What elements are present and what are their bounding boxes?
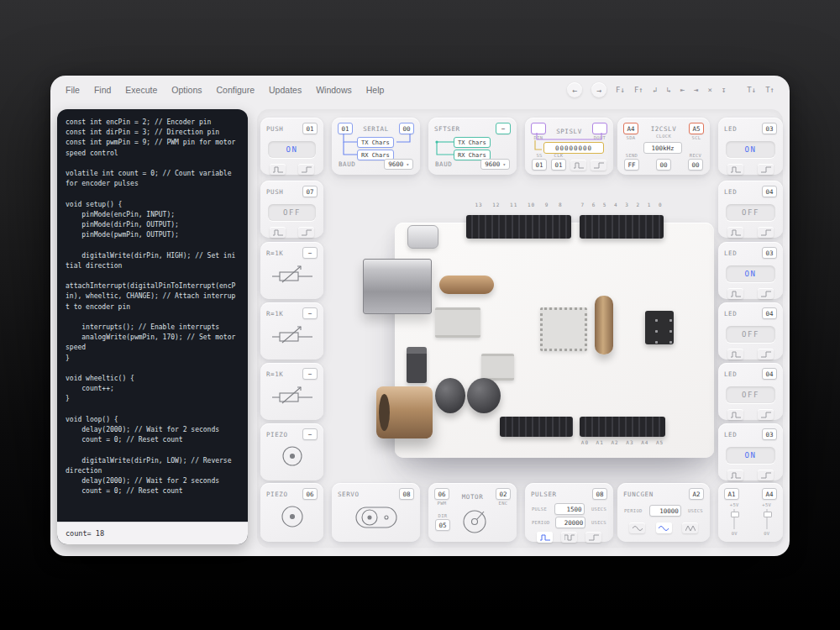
tx-pin[interactable]: 01 [338,123,353,134]
digital-pin-header-right[interactable] [580,215,664,239]
menu-execute[interactable]: Execute [125,85,157,95]
toggle-mode-icon[interactable] [298,227,314,238]
triangle-wave-icon[interactable] [656,522,672,533]
data-out-pin[interactable] [592,123,607,134]
led-state-button[interactable]: OFF [726,386,775,403]
clock-mode-icon[interactable] [570,160,586,171]
download-icon[interactable]: ↧ [722,86,726,94]
pin-assignment[interactable]: 01 [302,123,318,134]
pin-assignment[interactable]: 08 [592,488,607,500]
scl-pin[interactable]: A5 [689,123,704,134]
dir-pin[interactable]: 05 [435,519,450,531]
power-pin-header[interactable] [500,417,573,437]
period-value[interactable]: 10000 [649,505,681,517]
pulse-view-icon[interactable] [727,470,743,480]
spi-data-display[interactable]: 00000000 [543,142,604,154]
clock-rate-display[interactable]: 100kHz [643,142,682,154]
pulse-view-icon[interactable] [727,227,743,238]
code-editor[interactable]: const int encPin = 2; // Encoder pin con… [57,109,248,544]
led-state-button[interactable]: ON [726,141,775,158]
level-view-icon[interactable] [758,164,774,175]
collapse-button[interactable]: − [302,368,318,380]
rx-value[interactable]: 00 [656,159,671,171]
led-state-button[interactable]: OFF [726,204,775,221]
pin-assignment[interactable]: 04 [762,368,777,380]
rx-pin[interactable]: 00 [399,123,414,134]
step-wave-icon[interactable] [585,532,601,543]
push-state-button[interactable]: ON [268,141,316,158]
baud-select[interactable]: 9600▾ [480,159,510,170]
menu-file[interactable]: File [66,85,80,95]
tx-chars-button[interactable]: TX Chars [357,137,394,148]
led-state-button[interactable]: ON [726,447,775,464]
reset-button[interactable] [407,225,438,249]
menu-configure[interactable]: Configure [217,85,255,95]
collapse-button[interactable]: − [302,307,318,319]
pin-assignment[interactable]: 08 [399,488,414,500]
period-value[interactable]: 20000 [555,517,585,528]
push-state-button[interactable]: OFF [268,204,316,221]
pulse-view-icon[interactable] [727,164,743,175]
pulse-view-icon[interactable] [727,288,743,299]
collapse-button[interactable]: − [496,123,511,134]
ch2-slider-handle[interactable] [764,512,772,517]
pin-assignment[interactable]: 04 [762,307,777,319]
level-view-icon[interactable] [758,470,774,480]
pulse-view-icon[interactable] [727,409,743,420]
jump-forward-icon[interactable]: ↳ [666,86,670,94]
sample-mode-icon[interactable] [591,160,606,171]
jump-back-icon[interactable]: ↲ [653,86,657,94]
channel-2-pin[interactable]: A4 [762,488,777,500]
collapse-button[interactable]: − [302,428,318,440]
menu-find[interactable]: Find [94,85,111,95]
close-icon[interactable]: × [707,86,711,94]
outdent-icon[interactable]: ⇤ [680,86,685,94]
digital-pin-header-left[interactable] [466,215,571,239]
momentary-mode-icon[interactable] [270,227,286,238]
baud-select[interactable]: 9600▾ [384,159,413,170]
menu-updates[interactable]: Updates [269,85,302,95]
level-view-icon[interactable] [758,227,774,238]
pin-assignment[interactable]: 03 [762,247,777,259]
pin-assignment[interactable]: 03 [762,123,777,134]
square-wave-icon[interactable] [561,532,577,543]
code-content[interactable]: const int encPin = 2; // Encoder pin con… [57,109,248,506]
send-value[interactable]: FF [624,159,639,171]
nav-back-icon[interactable]: ← [567,82,582,97]
ch2-slider[interactable] [766,509,768,529]
menu-help[interactable]: Help [366,85,385,95]
channel-1-pin[interactable]: A1 [724,488,739,500]
menu-options[interactable]: Options [171,85,202,95]
pwm-pin[interactable]: 06 [434,488,449,500]
enc-pin[interactable]: 02 [496,488,511,500]
pin-assignment[interactable]: A2 [689,488,704,500]
pin-assignment[interactable]: 04 [762,186,777,197]
level-view-icon[interactable] [758,409,774,420]
sawtooth-wave-icon[interactable] [682,522,698,533]
clk-pin[interactable]: 01 [551,159,566,171]
pin-assignment[interactable]: 07 [302,186,318,197]
led-state-button[interactable]: ON [726,265,775,282]
ch1-slider-handle[interactable] [731,512,739,517]
font-decrease-icon[interactable]: F↓ [616,86,625,94]
pulse-view-icon[interactable] [727,349,743,360]
font-increase-icon[interactable]: F↑ [634,86,643,94]
level-view-icon[interactable] [758,349,774,360]
text-size-down-icon[interactable]: T↓ [747,86,756,94]
pin-assignment[interactable]: 03 [762,428,777,440]
pulse-value[interactable]: 1500 [554,503,585,515]
momentary-mode-icon[interactable] [270,164,286,175]
toggle-mode-icon[interactable] [298,164,314,175]
level-view-icon[interactable] [758,288,774,299]
tx-chars-button[interactable]: TX Chars [454,137,491,148]
menu-windows[interactable]: Windows [316,85,352,95]
collapse-button[interactable]: − [302,247,318,259]
ch1-slider[interactable] [733,509,735,529]
sine-wave-icon[interactable] [629,522,645,533]
icsp-header[interactable] [645,311,674,344]
recv-value[interactable]: 00 [688,159,703,171]
nav-forward-icon[interactable]: → [591,82,606,97]
led-state-button[interactable]: OFF [726,326,775,343]
ss-pin[interactable]: 01 [532,159,547,171]
sda-pin[interactable]: A4 [623,123,638,134]
